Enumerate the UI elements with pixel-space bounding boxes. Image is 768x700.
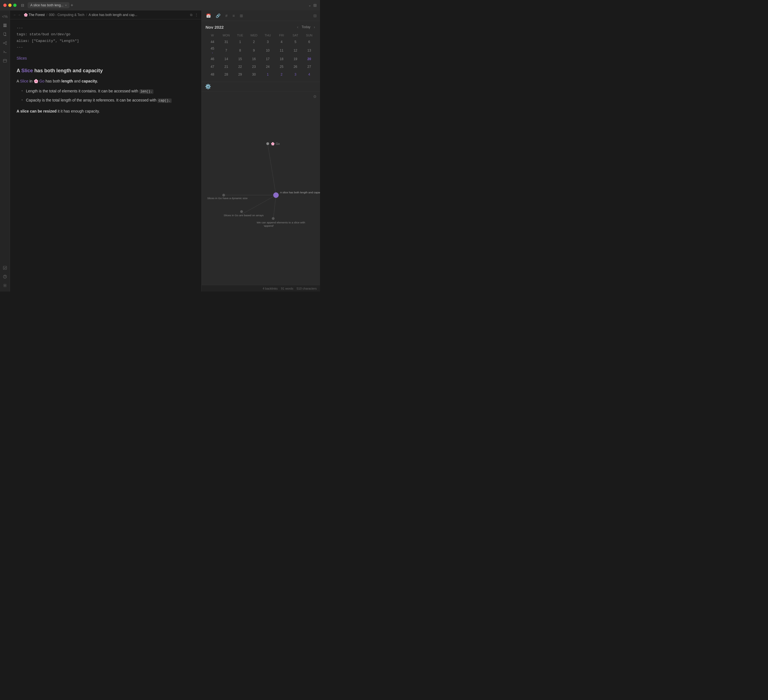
cal-day-1[interactable]: 1 (233, 38, 247, 46)
cal-day-28[interactable]: 28 (219, 70, 233, 78)
frontmatter-tags: tags: state/bud on/dev/go (16, 31, 195, 37)
cal-day-29[interactable]: 29 (233, 70, 247, 78)
files-icon (3, 32, 7, 36)
chevron-down-icon[interactable]: ⌄ (309, 3, 311, 7)
cal-day-10[interactable]: 10 (261, 46, 275, 55)
tab-close-button[interactable]: × (65, 4, 67, 7)
cal-day-3[interactable]: 3 (261, 38, 275, 46)
title-bar: ⊟ A slice has both leng... × + ⌄ ⊟ (0, 0, 320, 11)
cal-day-8[interactable]: 8 (233, 46, 247, 55)
cal-day-30[interactable]: 30 (247, 70, 261, 78)
cal-day-26[interactable]: 26 (288, 63, 302, 70)
calendar-today-button[interactable]: Today (301, 25, 310, 29)
cal-day-11[interactable]: 11 (275, 46, 288, 55)
share-icon[interactable]: ⧉ (190, 13, 192, 17)
cal-day-24[interactable]: 24 (261, 63, 275, 70)
breadcrumb-sep1: / (46, 13, 47, 17)
cal-day-dec4[interactable]: 4 (302, 70, 316, 78)
graph-canvas: 🌸 Go A slice has both length and capacit… (202, 91, 320, 285)
maximize-button[interactable] (13, 3, 16, 7)
sidebar-item-embed[interactable]: <% (1, 13, 9, 21)
sidebar-item-help[interactable] (1, 273, 9, 281)
cal-day-4[interactable]: 4 (275, 38, 288, 46)
sidebar-item-help2[interactable] (1, 264, 9, 272)
cal-tue-header: TUE (233, 32, 247, 38)
add-tab-button[interactable]: + (70, 3, 73, 8)
cal-day-7[interactable]: 7 (219, 46, 233, 55)
cal-day-15[interactable]: 15 (233, 55, 247, 63)
cal-day-21[interactable]: 21 (219, 63, 233, 70)
minimize-button[interactable] (8, 3, 11, 7)
svg-point-17 (5, 278, 5, 278)
active-tab[interactable]: A slice has both leng... × (27, 2, 69, 8)
arrays-node-dot[interactable] (240, 210, 243, 213)
sidebar-toggle-icon[interactable]: ⊟ (21, 3, 24, 8)
cal-day-dec3[interactable]: 3 (288, 70, 302, 78)
cal-day-oct31[interactable]: 31 (219, 38, 233, 46)
sidebar-item-graph[interactable] (1, 39, 9, 47)
cal-day-9[interactable]: 9 (247, 46, 261, 55)
svg-rect-15 (3, 266, 6, 270)
sidebar-item-terminal[interactable] (1, 48, 9, 56)
cal-day-13[interactable]: 13 (302, 46, 316, 55)
cal-day-17[interactable]: 17 (261, 55, 275, 63)
cal-day-23[interactable]: 23 (247, 63, 261, 70)
calendar-month-year: Nov 2022 (205, 25, 296, 29)
frontmatter-alias-key: alias: (16, 39, 29, 43)
dynamic-node-dot[interactable] (222, 193, 225, 197)
right-panel-toggle-icon[interactable]: ⊟ (314, 13, 317, 18)
go-node-dot[interactable] (266, 142, 269, 145)
bullet-item-1: Length is the total of elements it conta… (21, 88, 195, 94)
go-inline-link[interactable]: Go (39, 79, 45, 83)
cal-day-14[interactable]: 14 (219, 55, 233, 63)
sidebar-item-table[interactable] (1, 21, 9, 29)
tag-icon[interactable]: 🔗 (214, 13, 221, 19)
cal-day-20-today[interactable]: 20 (302, 55, 316, 63)
paragraph-1: A Slice in 🌸 Go has both length and capa… (16, 78, 195, 84)
list-icon[interactable]: ≡ (232, 13, 236, 19)
more-icon[interactable]: ⋮ (195, 13, 198, 17)
sidebar-item-settings[interactable] (1, 281, 9, 289)
cal-day-dec1[interactable]: 1 (261, 70, 275, 78)
terminal-icon (3, 50, 7, 54)
forward-button[interactable]: → (18, 13, 21, 17)
cal-day-6[interactable]: 6 (302, 38, 316, 46)
cal-day-dec2[interactable]: 2 (275, 70, 288, 78)
plugin-icon[interactable]: ⚙️ (205, 84, 211, 89)
calendar-prev-button[interactable]: ‹ (296, 24, 299, 30)
len-code: len(). (139, 89, 154, 94)
breadcrumb-part1[interactable]: 000 - Computing & Tech (49, 13, 85, 17)
cal-day-16[interactable]: 16 (247, 55, 261, 63)
slices-section-link[interactable]: Slices (16, 56, 27, 61)
append-node-dot[interactable] (272, 217, 275, 220)
back-button[interactable]: ← (13, 13, 16, 17)
editor-content[interactable]: --- tags: state/bud on/dev/go alias: ["C… (10, 19, 202, 291)
hashtag-icon[interactable]: # (224, 13, 229, 19)
calendar-icon[interactable]: 📅 (205, 13, 212, 19)
characters-count: 510 characters (296, 287, 317, 290)
bullet-item-2: Capacity is the total length of the arra… (21, 97, 195, 104)
resize-bold: A slice can be resized (16, 109, 56, 113)
close-button[interactable] (3, 3, 6, 7)
current-node-label: A slice has both length and capacity (280, 191, 320, 194)
settings-icon (3, 283, 7, 288)
cal-day-2[interactable]: 2 (247, 38, 261, 46)
breadcrumb-forest[interactable]: 🌸 The Forest (24, 13, 45, 17)
cal-day-18[interactable]: 18 (275, 55, 288, 63)
week-48: 48 (205, 70, 219, 78)
cal-day-22[interactable]: 22 (233, 63, 247, 70)
slice-inline-link[interactable]: Slice (20, 79, 28, 83)
grid-icon[interactable]: ⊞ (238, 13, 244, 19)
cal-day-19[interactable]: 19 (288, 55, 302, 63)
sidebar-item-files[interactable] (1, 30, 9, 38)
calendar-next-button[interactable]: › (312, 24, 316, 30)
current-node-dot[interactable] (273, 192, 278, 198)
title-bar-right: ⌄ ⊟ (309, 3, 317, 8)
cal-day-25[interactable]: 25 (275, 63, 288, 70)
sidebar-item-calendar[interactable] (1, 57, 9, 64)
cal-day-27[interactable]: 27 (302, 63, 316, 70)
panel-toggle-icon[interactable]: ⊟ (314, 3, 317, 8)
slice-heading-link[interactable]: Slice (21, 68, 33, 74)
cal-day-12[interactable]: 12 (288, 46, 302, 55)
cal-day-5[interactable]: 5 (288, 38, 302, 46)
